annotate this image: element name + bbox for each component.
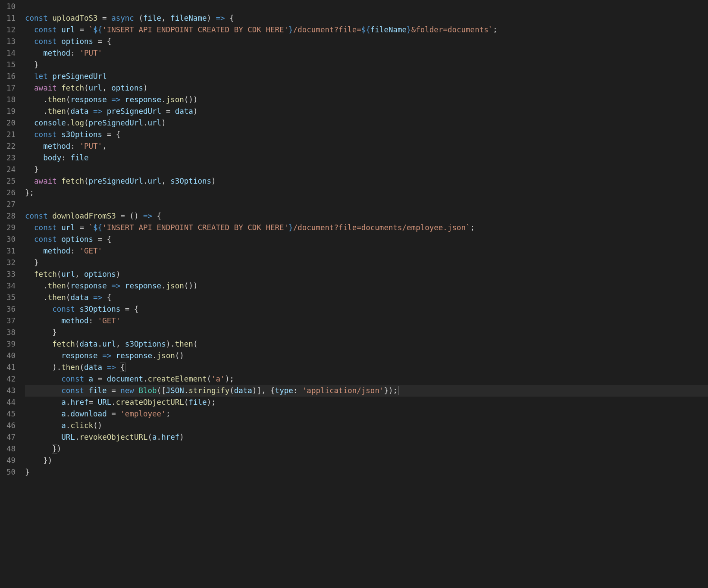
code-line[interactable]: method: 'GET' <box>25 245 708 257</box>
line-number: 50 <box>0 466 16 478</box>
line-number: 29 <box>0 222 16 234</box>
code-line[interactable]: .then(data => preSignedUrl = data) <box>25 106 708 117</box>
line-number: 22 <box>0 141 16 152</box>
code-line[interactable]: method: 'GET' <box>25 315 708 327</box>
code-line[interactable]: const a = document.createElement('a'); <box>25 373 708 385</box>
line-number: 37 <box>0 315 16 327</box>
code-line[interactable]: method: 'PUT', <box>25 141 708 152</box>
code-line[interactable]: fetch(data.url, s3Options).then( <box>25 338 708 350</box>
code-line[interactable]: const url = `${'INSERT API ENDPOINT CREA… <box>25 222 708 234</box>
code-line[interactable]: await fetch(url, options) <box>25 82 708 94</box>
code-line[interactable]: }; <box>25 187 708 199</box>
line-number: 20 <box>0 117 16 129</box>
line-number: 23 <box>0 152 16 164</box>
line-number: 16 <box>0 71 16 82</box>
line-number: 35 <box>0 292 16 303</box>
code-editor[interactable]: 1011121314151617181920212223242526272829… <box>0 0 708 588</box>
line-number: 49 <box>0 455 16 466</box>
line-number: 39 <box>0 338 16 350</box>
line-number: 10 <box>0 1 16 13</box>
code-line[interactable]: console.log(preSignedUrl.url) <box>25 117 708 129</box>
line-number: 31 <box>0 245 16 257</box>
code-line[interactable]: fetch(url, options) <box>25 269 708 280</box>
line-number: 19 <box>0 106 16 117</box>
code-line[interactable]: }) <box>25 455 708 466</box>
code-line[interactable]: }) <box>25 443 708 455</box>
code-line[interactable]: await fetch(preSignedUrl.url, s3Options) <box>25 175 708 187</box>
line-number: 17 <box>0 82 16 94</box>
code-line[interactable]: const url = `${'INSERT API ENDPOINT CREA… <box>25 24 708 36</box>
code-line[interactable]: const options = { <box>25 234 708 245</box>
code-line[interactable]: const options = { <box>25 36 708 47</box>
line-number: 47 <box>0 432 16 443</box>
line-number: 46 <box>0 420 16 432</box>
line-number: 30 <box>0 234 16 245</box>
code-line[interactable]: .then(response => response.json()) <box>25 280 708 292</box>
code-line[interactable]: body: file <box>25 152 708 164</box>
code-line[interactable]: } <box>25 59 708 71</box>
code-line[interactable]: a.href= URL.createObjectURL(file); <box>25 397 708 408</box>
line-number: 33 <box>0 269 16 280</box>
line-number: 38 <box>0 327 16 338</box>
code-line[interactable]: let preSignedUrl <box>25 71 708 82</box>
line-number: 32 <box>0 257 16 269</box>
line-number: 34 <box>0 280 16 292</box>
line-number: 48 <box>0 443 16 455</box>
code-line[interactable]: } <box>25 164 708 175</box>
code-line[interactable]: .then(response => response.json()) <box>25 94 708 106</box>
code-line[interactable]: a.click() <box>25 420 708 432</box>
line-number: 43 <box>0 385 16 397</box>
line-number: 36 <box>0 303 16 315</box>
line-number: 12 <box>0 24 16 36</box>
code-line[interactable]: const downloadFromS3 = () => { <box>25 210 708 222</box>
code-line[interactable]: response => response.json() <box>25 350 708 362</box>
line-number: 11 <box>0 13 16 24</box>
code-line[interactable]: URL.revokeObjectURL(a.href) <box>25 432 708 443</box>
code-line[interactable]: const uploadToS3 = async (file, fileName… <box>25 13 708 24</box>
line-number: 21 <box>0 129 16 141</box>
line-number: 28 <box>0 210 16 222</box>
line-number: 26 <box>0 187 16 199</box>
line-number: 45 <box>0 408 16 420</box>
line-number: 44 <box>0 397 16 408</box>
code-line[interactable]: ).then(data => { <box>25 362 708 373</box>
code-line[interactable]: const s3Options = { <box>25 129 708 141</box>
code-line[interactable] <box>25 1 708 13</box>
code-line[interactable]: method: 'PUT' <box>25 47 708 59</box>
line-number: 24 <box>0 164 16 175</box>
line-number: 13 <box>0 36 16 47</box>
line-number: 14 <box>0 47 16 59</box>
code-line[interactable]: .then(data => { <box>25 292 708 303</box>
code-area[interactable]: const uploadToS3 = async (file, fileName… <box>25 0 708 588</box>
line-number: 18 <box>0 94 16 106</box>
code-line[interactable]: a.download = 'employee'; <box>25 408 708 420</box>
code-line[interactable] <box>25 199 708 210</box>
line-number: 27 <box>0 199 16 210</box>
line-number: 25 <box>0 175 16 187</box>
line-number: 41 <box>0 362 16 373</box>
code-line[interactable]: const s3Options = { <box>25 303 708 315</box>
line-number: 40 <box>0 350 16 362</box>
line-number-gutter: 1011121314151617181920212223242526272829… <box>0 0 25 588</box>
code-line[interactable]: } <box>25 466 708 478</box>
code-line[interactable]: } <box>25 327 708 338</box>
line-number: 42 <box>0 373 16 385</box>
line-number: 15 <box>0 59 16 71</box>
code-line[interactable]: } <box>25 257 708 269</box>
code-line[interactable]: const file = new Blob([JSON.stringify(da… <box>25 385 708 397</box>
